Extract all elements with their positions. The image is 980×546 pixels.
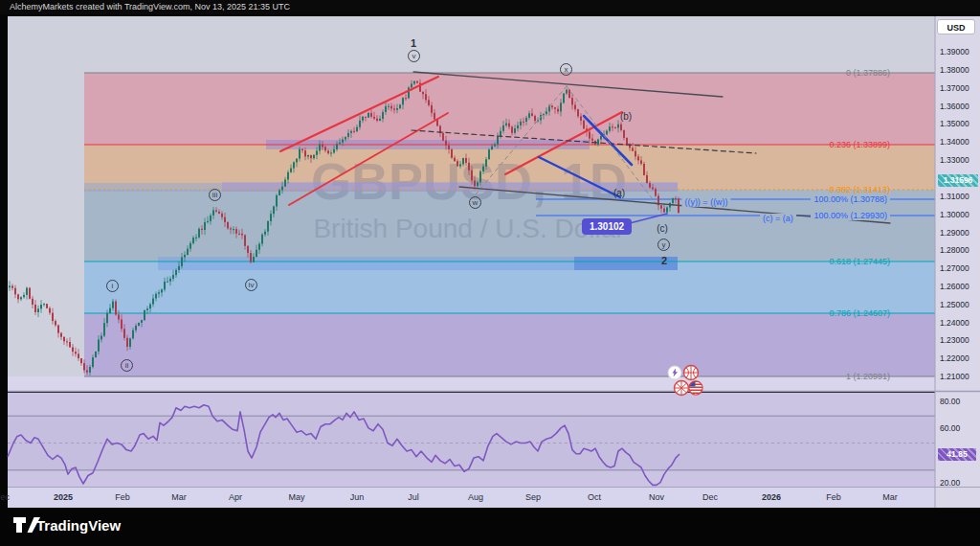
- rsi-value-axis-label: 41.85: [938, 448, 976, 461]
- price-alert-axis-label[interactable]: 1.31596: [938, 174, 978, 187]
- rsi-indicator-pane[interactable]: [8, 393, 935, 487]
- time-axis[interactable]: [8, 488, 935, 508]
- tradingview-brand-text[interactable]: TradingView: [36, 517, 121, 534]
- price-callout-label[interactable]: 1.30102: [582, 218, 632, 235]
- price-axis[interactable]: [935, 16, 980, 508]
- currency-unit-button[interactable]: USD: [937, 19, 975, 34]
- tradingview-chart-window: AlchemyMarkets created with TradingView.…: [0, 0, 980, 546]
- main-price-pane[interactable]: [8, 16, 935, 391]
